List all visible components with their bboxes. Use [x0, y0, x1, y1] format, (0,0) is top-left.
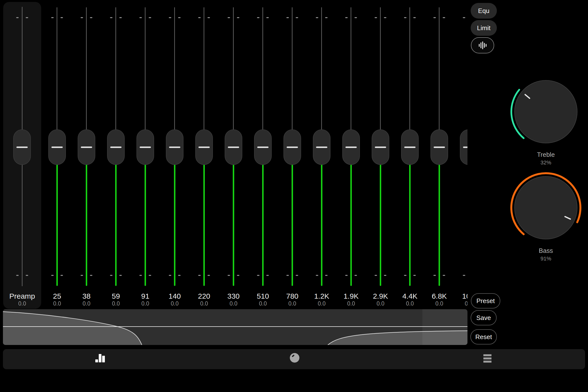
band-slider-track[interactable]	[321, 7, 322, 130]
band-freq-label: 59	[101, 292, 130, 300]
equalizer-bars-icon[interactable]	[95, 354, 106, 362]
band-slider-track[interactable]	[204, 7, 204, 130]
band-column: 140 0.0	[160, 0, 190, 309]
tick-mark	[26, 275, 28, 276]
band-column: 1.9K 0.0	[336, 0, 366, 309]
band-slider-thumb[interactable]	[48, 129, 66, 165]
tick-mark	[443, 275, 445, 276]
tick-mark	[404, 17, 406, 18]
treble-knob-dial[interactable]	[509, 75, 582, 148]
tick-mark	[374, 275, 377, 276]
preset-button[interactable]: Preset	[471, 293, 500, 308]
band-slider-fill	[174, 164, 176, 286]
band-column: 2.9K 0.0	[366, 0, 395, 309]
band-freq-label: 330	[219, 292, 248, 300]
limit-button-label: Limit	[477, 24, 490, 32]
band-column: 220 0.0	[190, 0, 219, 309]
band-slider-track[interactable]	[262, 7, 263, 130]
band-freq-label: 1.2K	[307, 292, 336, 300]
tick-mark	[169, 275, 171, 276]
band-column: 780 0.0	[278, 0, 307, 309]
band-value-label: 0.0	[42, 300, 72, 307]
tick-mark	[434, 17, 436, 18]
band-slider-fill	[233, 164, 234, 286]
band-slider-thumb[interactable]	[372, 129, 389, 165]
band-slider-fill	[350, 164, 352, 286]
tick-mark	[140, 17, 142, 18]
band-value-label: 0.0	[219, 300, 248, 307]
thumb-dash	[228, 146, 239, 148]
tick-mark	[266, 17, 269, 18]
band-slider-thumb[interactable]	[342, 129, 360, 165]
band-slider-thumb[interactable]	[284, 129, 301, 165]
equ-button[interactable]: Equ	[471, 3, 497, 18]
band-freq-label: 10K	[454, 292, 468, 300]
thumb-dash	[81, 146, 92, 148]
menu-icon[interactable]	[484, 354, 492, 364]
tick-mark	[413, 17, 416, 18]
save-button[interactable]: Save	[471, 310, 496, 325]
band-slider-track[interactable]	[410, 7, 410, 130]
preamp-slider-thumb[interactable]	[13, 129, 31, 165]
band-slider-thumb[interactable]	[430, 129, 448, 165]
band-slider-track[interactable]	[380, 7, 381, 130]
tick-mark	[26, 17, 28, 18]
band-freq-label: 25	[42, 292, 72, 300]
band-slider-track[interactable]	[174, 7, 175, 130]
thumb-dash	[169, 146, 180, 148]
tick-mark	[266, 275, 269, 276]
band-column: 330 0.0	[219, 0, 248, 309]
band-slider-thumb[interactable]	[313, 129, 330, 165]
response-curve-panel	[3, 309, 468, 345]
band-freq-label: 38	[72, 292, 101, 300]
band-slider-track[interactable]	[233, 7, 234, 130]
band-slider-fill	[56, 164, 58, 286]
tick-mark	[149, 17, 151, 18]
tick-mark	[208, 275, 210, 276]
band-slider-track[interactable]	[292, 7, 292, 130]
waveform-button[interactable]	[471, 37, 494, 54]
bass-knob[interactable]: Bass 91%	[509, 171, 582, 262]
band-slider-thumb[interactable]	[78, 129, 95, 165]
knob-percent: 91%	[509, 256, 582, 262]
treble-knob[interactable]: Treble 32%	[509, 75, 582, 166]
band-slider-thumb[interactable]	[254, 129, 272, 165]
band-value-label: 0.0	[72, 300, 101, 307]
band-slider-track[interactable]	[56, 7, 57, 130]
tick-mark	[169, 17, 171, 18]
limit-button[interactable]: Limit	[471, 20, 497, 36]
band-slider-track[interactable]	[350, 7, 351, 130]
band-column: 25 0.0	[42, 0, 72, 309]
equ-button-label: Equ	[478, 7, 489, 15]
band-slider-thumb[interactable]	[401, 129, 419, 165]
tick-mark	[149, 275, 151, 276]
thumb-dash	[316, 146, 327, 148]
band-slider-track[interactable]	[86, 7, 87, 130]
bass-knob-dial[interactable]	[509, 171, 582, 244]
tick-mark	[443, 17, 445, 18]
thumb-dash	[375, 146, 386, 148]
tick-mark	[228, 275, 230, 276]
reset-button-label: Reset	[475, 333, 492, 341]
band-value-label: 0.0	[454, 300, 468, 307]
reset-button[interactable]: Reset	[470, 329, 497, 344]
band-slider-thumb[interactable]	[136, 129, 154, 165]
tick-mark	[463, 275, 465, 276]
band-slider-fill	[380, 164, 381, 286]
band-slider-track[interactable]	[439, 7, 440, 130]
band-value-label: 0.0	[278, 300, 307, 307]
tick-mark	[413, 275, 416, 276]
band-slider-thumb[interactable]	[107, 129, 125, 165]
thumb-dash	[404, 146, 416, 148]
band-slider-track[interactable]	[116, 7, 116, 130]
band-slider-thumb[interactable]	[195, 129, 213, 165]
tick-mark	[16, 17, 18, 18]
band-freq-label: 1.9K	[336, 292, 366, 300]
tick-mark	[237, 17, 239, 18]
band-slider-track[interactable]	[145, 7, 146, 130]
knob-icon[interactable]	[290, 353, 300, 362]
band-slider-thumb[interactable]	[460, 129, 468, 165]
band-slider-thumb[interactable]	[225, 129, 242, 165]
save-button-label: Save	[476, 314, 491, 322]
band-slider-thumb[interactable]	[166, 129, 184, 165]
